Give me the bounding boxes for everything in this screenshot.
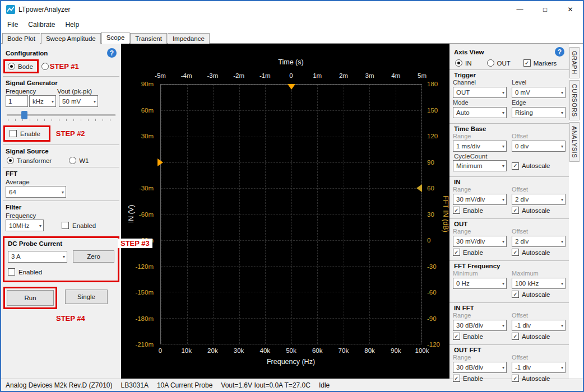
transformer-radio[interactable] — [7, 157, 14, 164]
side-tab-graph[interactable]: GRAPH — [569, 47, 580, 78]
main-area: Configuration ? Bode STEP #1 Signal Gene… — [1, 44, 583, 379]
signal-generator-enable-checkbox[interactable] — [10, 130, 17, 137]
trigger-level-select[interactable]: 0 mV ▾ — [512, 87, 566, 98]
tab-impedance[interactable]: Impedance — [168, 33, 210, 44]
maximize-button[interactable]: □ — [532, 1, 558, 18]
offset-label: Offset — [512, 354, 566, 361]
vout-label: Vout (pk-pk) — [57, 88, 92, 95]
run-button[interactable]: Run — [7, 290, 54, 306]
out-fft-offset-select[interactable]: -1 div ▾ — [512, 362, 566, 373]
tick-label: 40k — [260, 347, 271, 354]
config-alt-radio[interactable] — [41, 63, 49, 70]
time-axis-title: Time (s) — [278, 58, 303, 66]
fft-axis-title: FFT IN (dB) — [442, 195, 449, 232]
side-tab-analysis[interactable]: ANALYSIS — [569, 122, 580, 162]
status-segment: 10A Current Probe — [157, 381, 212, 389]
average-select[interactable]: 64 ▾ — [6, 186, 66, 198]
fft-frequency-autoscale-checkbox[interactable]: ✓ — [512, 291, 519, 298]
cyclecount-select[interactable]: Minimum ▾ — [453, 160, 507, 171]
gridline — [161, 344, 421, 344]
average-label: Average — [6, 179, 117, 185]
autoscale-label: Autoscale — [522, 162, 550, 169]
time-base-section: Time Base Range Offset 1 ms/div ▾ 0 div … — [449, 123, 569, 174]
tab-sweep-amplitude[interactable]: Sweep Amplitude — [41, 33, 101, 44]
dc-probe-enabled-checkbox[interactable] — [8, 268, 15, 276]
filter-enabled-checkbox[interactable] — [62, 222, 69, 229]
side-tab-cursors[interactable]: CURSORS — [569, 80, 580, 121]
trigger-section: Trigger Channel Level OUT ▾ 0 mV ▾ — [449, 69, 569, 121]
in-fft-range-select[interactable]: 30 dB/div ▾ — [453, 320, 507, 331]
autoscale-label: Autoscale — [522, 375, 550, 382]
zero-button[interactable]: Zero — [73, 250, 114, 263]
step4-highlight-box: Run — [3, 287, 57, 309]
enable-label: Enable — [463, 249, 483, 256]
in-marker[interactable] — [157, 158, 163, 166]
fft-minimum-select[interactable]: 0 Hz ▾ — [453, 278, 507, 289]
frequency-axis-title: Frequency (Hz) — [267, 358, 315, 366]
filter-frequency-select[interactable]: 10MHz ▾ — [6, 220, 44, 231]
time-base-autoscale-checkbox[interactable]: ✓ — [512, 162, 519, 170]
trigger-channel-select[interactable]: OUT ▾ — [453, 87, 507, 98]
chevron-down-icon: ▾ — [561, 197, 563, 202]
in-fft-offset-select[interactable]: -1 div ▾ — [512, 320, 566, 331]
tick-label: 70k — [339, 347, 349, 354]
range-label: Range — [453, 312, 507, 319]
selected-value: 10MHz — [9, 222, 29, 229]
single-button[interactable]: Single — [65, 290, 108, 304]
close-button[interactable]: ✕ — [558, 1, 583, 18]
help-icon[interactable]: ? — [107, 48, 117, 58]
help-icon[interactable]: ? — [555, 47, 564, 57]
in-axis-title: IN (V) — [127, 205, 135, 223]
menu-item-help[interactable]: Help — [60, 18, 84, 31]
out-fft-range-select[interactable]: 30 dB/div ▾ — [453, 362, 507, 373]
axis-view-in-label: IN — [465, 60, 472, 67]
selected-value: 0 mV — [515, 89, 530, 96]
out-offset-select[interactable]: 2 div ▾ — [512, 236, 566, 247]
chevron-down-icon: ▾ — [502, 323, 504, 328]
in-fft-autoscale-checkbox[interactable]: ✓ — [512, 333, 519, 340]
tick-label: -180m — [135, 315, 154, 322]
amplitude-slider[interactable] — [7, 109, 115, 122]
out-fft-enable-checkbox[interactable]: ✓ — [453, 375, 460, 382]
tick-label: 90m — [141, 81, 154, 87]
filter-title: Filter — [6, 204, 117, 211]
signal-source-title: Signal Source — [6, 148, 117, 155]
tick-label: 3m — [365, 72, 374, 79]
in-range-select[interactable]: 30 mV/div ▾ — [453, 194, 507, 205]
vout-select[interactable]: 50 mV ▾ — [59, 95, 98, 107]
trigger-edge-select[interactable]: Rising ▾ — [512, 107, 566, 118]
tick-label: 0 — [427, 237, 430, 244]
tick-label: 60k — [312, 347, 323, 354]
bode-radio[interactable] — [8, 63, 15, 70]
tab-transient[interactable]: Transient — [130, 33, 167, 44]
menu-item-calibrate[interactable]: Calibrate — [23, 18, 60, 31]
in-offset-select[interactable]: 2 div ▾ — [512, 194, 566, 205]
menu-item-file[interactable]: File — [2, 18, 23, 31]
autoscale-label: Autoscale — [522, 249, 550, 256]
trigger-mode-select[interactable]: Auto ▾ — [453, 107, 507, 118]
w1-radio[interactable] — [69, 157, 76, 164]
in-autoscale-checkbox[interactable]: ✓ — [512, 207, 519, 214]
status-segment: LB3031A — [121, 381, 149, 389]
markers-checkbox[interactable]: ✓ — [523, 59, 531, 67]
frequency-unit-select[interactable]: kHz ▾ — [29, 95, 56, 107]
gridline — [161, 137, 421, 137]
dc-probe-enabled-label: Enabled — [18, 269, 42, 276]
time-base-range-select[interactable]: 1 ms/div ▾ — [453, 141, 507, 152]
axis-view-out-radio[interactable] — [487, 59, 494, 67]
fft-marker[interactable] — [416, 184, 422, 192]
fft-maximum-select[interactable]: 100 kHz ▾ — [512, 278, 566, 289]
time-base-offset-select[interactable]: 0 div ▾ — [512, 141, 566, 152]
frequency-input[interactable] — [6, 95, 28, 107]
out-range-select[interactable]: 30 mV/div ▾ — [453, 236, 507, 247]
tab-bode-plot[interactable]: Bode Plot — [2, 33, 40, 44]
dc-probe-current-select[interactable]: 3 A ▾ — [8, 251, 67, 263]
minimize-button[interactable]: — — [507, 1, 532, 18]
slider-thumb[interactable] — [21, 111, 27, 119]
axis-view-in-radio[interactable] — [455, 59, 462, 67]
out-autoscale-checkbox[interactable]: ✓ — [512, 249, 519, 256]
tab-scope[interactable]: Scope — [101, 32, 130, 44]
time-marker[interactable] — [288, 84, 295, 90]
tick-label: 80k — [364, 347, 375, 354]
out-fft-autoscale-checkbox[interactable]: ✓ — [512, 375, 519, 382]
